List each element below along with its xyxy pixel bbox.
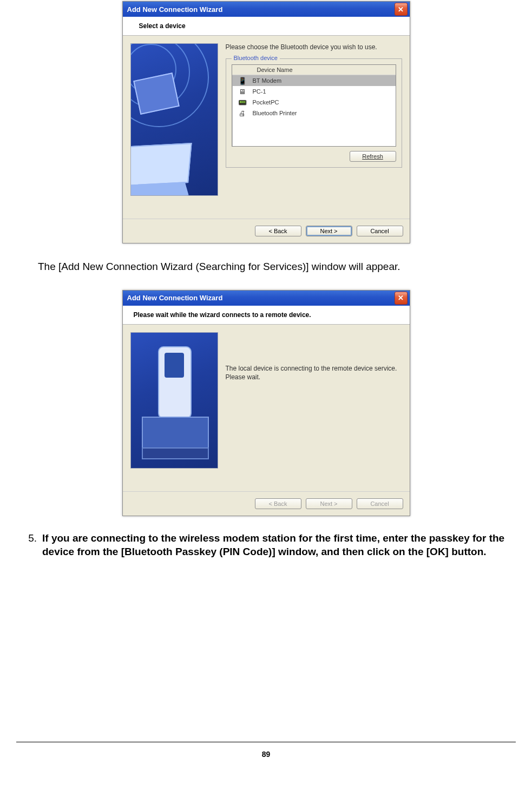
device-list-header[interactable]: Device Name <box>232 65 396 75</box>
titlebar[interactable]: Add New Connection Wizard ✕ <box>123 291 410 306</box>
wizard-illustration <box>130 332 218 469</box>
bluetooth-device-group: Bluetooth device Device Name 📱 BT Modem … <box>226 58 402 168</box>
close-icon: ✕ <box>398 5 404 14</box>
dialog-add-connection-please-wait: Add New Connection Wizard ✕ Please wait … <box>122 290 410 516</box>
dialog-body: Please choose the Bluetooth device you w… <box>123 36 410 219</box>
prompt-text: Please choose the Bluetooth device you w… <box>226 43 402 51</box>
wizard-illustration <box>130 43 218 196</box>
refresh-button[interactable]: Refresh <box>350 151 396 162</box>
device-row[interactable]: 🖨 Bluetooth Printer <box>232 108 396 118</box>
back-button: < Back <box>255 498 301 509</box>
dialog-header-text: Please wait while the wizard connects to… <box>134 311 311 319</box>
titlebar[interactable]: Add New Connection Wizard ✕ <box>123 2 410 17</box>
status-text-line2: Please wait. <box>226 373 402 381</box>
dialog-add-connection-select-device: Add New Connection Wizard ✕ Select a dev… <box>122 1 410 243</box>
device-row[interactable]: 📟 PocketPC <box>232 97 396 108</box>
device-name: Bluetooth Printer <box>253 110 297 116</box>
close-button[interactable]: ✕ <box>395 292 408 305</box>
pc-icon: 🖥 <box>238 87 247 96</box>
group-legend: Bluetooth device <box>232 55 280 61</box>
dialog-body: The local device is connecting to the re… <box>123 325 410 491</box>
device-name: BT Modem <box>253 77 282 84</box>
printer-icon: 🖨 <box>238 109 247 117</box>
close-icon: ✕ <box>398 294 404 302</box>
cancel-button[interactable]: Cancel <box>357 226 403 236</box>
step-number: 5. <box>16 531 42 559</box>
back-button[interactable]: < Back <box>255 226 301 236</box>
dialog-footer: < Back Next > Cancel <box>123 491 410 516</box>
device-list[interactable]: Device Name 📱 BT Modem 🖥 PC-1 📟 PocketPC <box>232 64 396 147</box>
device-name: PocketPC <box>253 99 279 106</box>
window-title: Add New Connection Wizard <box>127 5 223 14</box>
page-number: 89 <box>16 742 516 759</box>
next-button: Next > <box>306 498 352 509</box>
dialog-header: Select a device <box>123 17 410 36</box>
device-name: PC-1 <box>253 88 266 95</box>
next-button[interactable]: Next > <box>306 226 352 236</box>
narrative-text: The [Add New Connection Wizard (Searchin… <box>38 260 516 274</box>
window-title: Add New Connection Wizard <box>127 294 223 302</box>
step-text: If you are connecting to the wireless mo… <box>42 531 516 559</box>
dialog-header: Please wait while the wizard connects to… <box>123 306 410 325</box>
step-instruction: 5. If you are connecting to the wireless… <box>16 531 516 559</box>
dialog-footer: < Back Next > Cancel <box>123 219 410 243</box>
pda-icon: 📟 <box>238 98 247 107</box>
cancel-button: Cancel <box>357 498 403 509</box>
dialog-header-text: Select a device <box>139 22 186 30</box>
device-row[interactable]: 🖥 PC-1 <box>232 86 396 97</box>
status-text-line1: The local device is connecting to the re… <box>226 365 402 372</box>
phone-icon: 📱 <box>238 76 247 85</box>
close-button[interactable]: ✕ <box>395 3 408 16</box>
device-row[interactable]: 📱 BT Modem <box>232 75 396 86</box>
